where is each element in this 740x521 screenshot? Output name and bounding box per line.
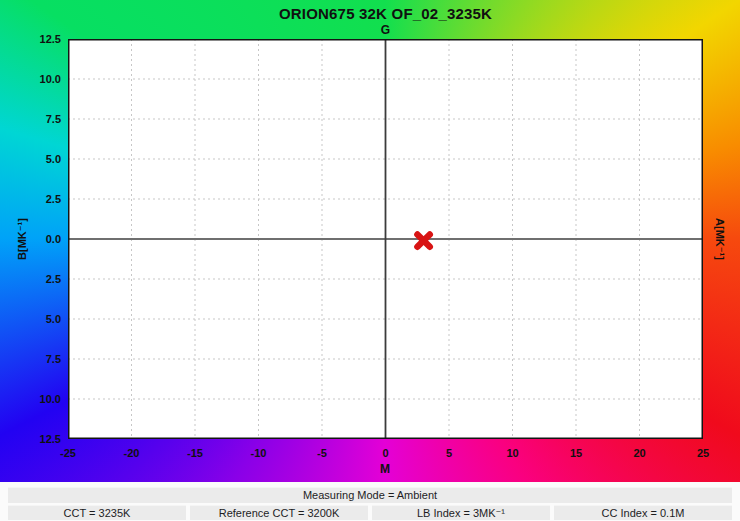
axis-label-magenta: M [360, 462, 410, 476]
info-cell-lb-index: LB Index = 3MK⁻¹ [372, 505, 550, 520]
y-tick-label: 0.0 [0, 232, 61, 246]
color-meter-screen: ORION675 32K OF_02_3235K G 12.510.07.55.… [0, 0, 740, 521]
y-tick-label: 12.5 [0, 32, 61, 46]
info-cell-reference-cct: Reference CCT = 3200K [190, 505, 368, 520]
x-tick-label: -20 [107, 446, 157, 460]
y-tick-label: 10.0 [0, 392, 61, 406]
info-cell-cct: CCT = 3235K [8, 505, 186, 520]
axis-label-amber: A[MK⁻¹] [713, 218, 726, 260]
axis-label-blue: B[MK⁻¹] [16, 218, 29, 260]
y-tick-label: 2.5 [0, 272, 61, 286]
y-tick-label: 5.0 [0, 152, 61, 166]
y-tick-label: 2.5 [0, 192, 61, 206]
measuring-mode-bar: Measuring Mode = Ambient [8, 487, 732, 503]
x-tick-label: 25 [678, 446, 728, 460]
x-tick-label: 5 [424, 446, 474, 460]
x-tick-label: 15 [551, 446, 601, 460]
x-tick-label: 10 [488, 446, 538, 460]
x-tick-label: -5 [297, 446, 347, 460]
y-tick-label: 5.0 [0, 312, 61, 326]
plot-area [68, 39, 703, 439]
y-tick-label: 7.5 [0, 112, 61, 126]
x-tick-label: -15 [170, 446, 220, 460]
info-bar: CCT = 3235KReference CCT = 3200KLB Index… [8, 505, 732, 520]
y-tick-label: 7.5 [0, 352, 61, 366]
plot-canvas [68, 39, 703, 439]
x-tick-label: 0 [361, 446, 411, 460]
y-tick-label: 12.5 [0, 432, 61, 446]
measurement-marker [417, 234, 429, 246]
x-tick-label: 20 [615, 446, 665, 460]
x-tick-label: -25 [43, 446, 93, 460]
x-tick-label: -10 [234, 446, 284, 460]
info-cell-cc-index: CC Index = 0.1M [554, 505, 732, 520]
axis-label-green: G [68, 23, 703, 37]
page-title: ORION675 32K OF_02_3235K [68, 5, 703, 22]
y-tick-label: 10.0 [0, 72, 61, 86]
